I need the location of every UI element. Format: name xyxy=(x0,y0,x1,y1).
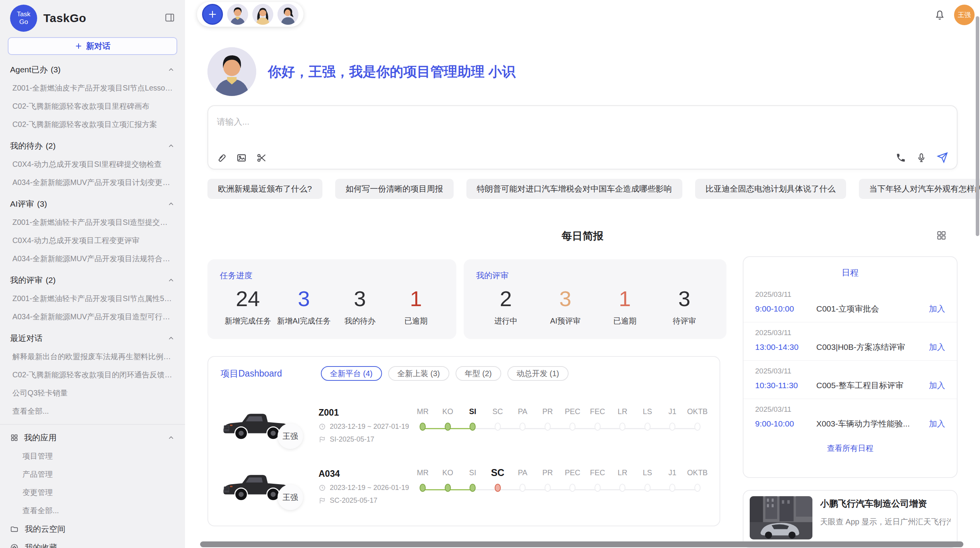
join-button[interactable]: 加入 xyxy=(929,380,945,391)
input-attachments xyxy=(216,152,267,163)
horizontal-scrollbar[interactable] xyxy=(200,541,963,547)
sidebar-item-cloud-space[interactable]: 我的云空间 xyxy=(0,520,185,538)
app-item-project-mgmt[interactable]: 项目管理 xyxy=(0,447,185,465)
folder-icon xyxy=(10,525,19,533)
project-row-partial[interactable] xyxy=(208,517,720,526)
event-name: C005-整车工程目标评审 xyxy=(816,380,923,391)
layout-grid-icon[interactable] xyxy=(936,230,947,242)
milestone-dot[interactable] xyxy=(420,484,426,492)
section-header[interactable]: AI评审 (3) xyxy=(0,195,185,213)
stat-new-done[interactable]: 24 新增完成任务 xyxy=(220,286,276,326)
milestone-dot[interactable] xyxy=(595,484,601,492)
paperclip-icon[interactable] xyxy=(216,152,227,163)
tab-all-new-platform[interactable]: 全新平台 (4) xyxy=(321,366,382,381)
tab-new-body[interactable]: 全新上装 (3) xyxy=(388,366,449,381)
tab-powertrain[interactable]: 动总开发 (1) xyxy=(507,366,569,381)
section-header[interactable]: 最近对话 xyxy=(0,329,185,348)
stat-pending-review[interactable]: 3 待评审 xyxy=(654,286,714,326)
list-item[interactable]: Z001-全新燃油轻卡产品开发项目SI节点属性5D文件评审 xyxy=(0,289,185,308)
chevron-up-icon[interactable] xyxy=(167,334,175,342)
view-all-apps-link[interactable]: 查看全部... xyxy=(0,502,185,520)
list-item[interactable]: Z001-全新燃油皮卡产品开发项目SI节点Lesson Learn报告 xyxy=(0,79,185,97)
view-all-chats-link[interactable]: 查看全部... xyxy=(0,402,185,420)
list-item[interactable]: A034-全新新能源MUV产品开发项目计划变更表编写 xyxy=(0,173,185,192)
milestone-dot[interactable] xyxy=(445,423,451,431)
recent-chat-item[interactable]: 解释最新出台的欧盟报废车法规再生塑料比例被调至15%... xyxy=(0,348,185,366)
milestone-dot[interactable] xyxy=(619,423,625,431)
chevron-up-icon[interactable] xyxy=(167,142,175,150)
milestone-dot[interactable] xyxy=(669,484,675,492)
stat-new-ai-done[interactable]: 3 新增AI完成任务 xyxy=(276,286,332,326)
milestone-dot[interactable] xyxy=(519,423,526,431)
stat-overdue[interactable]: 1 已逾期 xyxy=(388,286,444,326)
list-item[interactable]: C02-飞腾新能源轻客改款项目里程碑画布 xyxy=(0,97,185,115)
chevron-up-icon[interactable] xyxy=(167,66,175,74)
join-button[interactable]: 加入 xyxy=(929,342,945,353)
suggestion-chip[interactable]: 如何写一份清晰的项目周报 xyxy=(335,179,454,199)
phone-icon[interactable] xyxy=(896,152,906,163)
list-item[interactable]: A034-全新新能源MUV产品开发项目法规符合性评审 xyxy=(0,250,185,268)
chat-input[interactable] xyxy=(217,116,836,143)
milestone-dot[interactable] xyxy=(595,423,601,431)
milestone-dot[interactable] xyxy=(469,484,476,492)
view-all-schedule-link[interactable]: 查看所有日程 xyxy=(744,443,957,454)
section-header[interactable]: 我的待办 (2) xyxy=(0,137,185,155)
section-header[interactable]: Agent已办 (3) xyxy=(0,60,185,79)
milestone-dot[interactable] xyxy=(644,423,651,431)
milestone-dot[interactable] xyxy=(519,484,526,492)
milestone-dot[interactable] xyxy=(694,484,701,492)
list-item[interactable]: Z001-全新燃油轻卡产品开发项目SI造型提交物评审 xyxy=(0,213,185,231)
suggestion-chip[interactable]: 当下年轻人对汽车外观有怎样的喜好趋势 xyxy=(859,179,980,199)
chevron-up-icon[interactable] xyxy=(167,200,175,208)
microphone-icon[interactable] xyxy=(916,152,927,163)
milestone-dot[interactable] xyxy=(644,484,651,492)
milestone-dot[interactable] xyxy=(420,423,426,431)
vertical-scrollbar[interactable] xyxy=(976,16,979,236)
stat-my-todo[interactable]: 3 我的待办 xyxy=(332,286,388,326)
milestone-dot[interactable] xyxy=(569,484,576,492)
project-row[interactable]: 王强 A034 2023-12-19 ~ 2026-01-19 xyxy=(208,456,720,517)
app-item-product-mgmt[interactable]: 产品管理 xyxy=(0,465,185,483)
briefing-right-column: 日程 2025/03/11 9:00-10:00 C001-立项审批会 加入 xyxy=(743,256,958,548)
news-card[interactable]: 小鹏飞行汽车制造公司增资 天眼查 App 显示，近日广州汇天飞行汽... xyxy=(743,490,958,548)
project-row[interactable]: 王强 Z001 2023-12-19 ~ 2027-01-19 xyxy=(208,395,720,456)
milestone-dot[interactable] xyxy=(469,423,476,431)
suggestion-chip[interactable]: 比亚迪全固态电池计划具体说了什么 xyxy=(695,179,846,199)
milestone-dot[interactable] xyxy=(545,484,551,492)
list-item[interactable]: C02-飞腾新能源轻客改款项目立项汇报方案 xyxy=(0,115,185,134)
list-item[interactable]: A034-全新新能源MUV产品开发项目造型可行性评审 xyxy=(0,308,185,326)
stat-review-overdue[interactable]: 1 已逾期 xyxy=(595,286,655,326)
send-icon[interactable] xyxy=(937,152,948,163)
sidebar-item-favorites[interactable]: 我的收藏 xyxy=(0,538,185,548)
image-icon[interactable] xyxy=(236,152,247,163)
scissors-icon[interactable] xyxy=(256,152,267,163)
milestone-dot[interactable] xyxy=(545,423,551,431)
stat-value: 3 xyxy=(536,286,595,311)
app-item-change-mgmt[interactable]: 变更管理 xyxy=(0,483,185,502)
tab-year-model[interactable]: 年型 (2) xyxy=(456,366,501,381)
milestone-dot[interactable] xyxy=(495,423,501,431)
stat-in-progress[interactable]: 2 进行中 xyxy=(476,286,536,326)
suggestion-chip[interactable]: 特朗普可能对进口汽车增税会对中国车企造成哪些影响 xyxy=(466,179,682,199)
join-button[interactable]: 加入 xyxy=(929,418,945,429)
milestone-dot[interactable] xyxy=(619,484,625,492)
list-item[interactable]: C0X4-动力总成开发项目SI里程碑提交物检查 xyxy=(0,155,185,173)
collapse-sidebar-icon[interactable] xyxy=(164,12,175,24)
milestone-dot[interactable] xyxy=(569,423,576,431)
milestone-dot[interactable] xyxy=(669,423,675,431)
chevron-up-icon[interactable] xyxy=(167,276,175,284)
chevron-up-icon[interactable] xyxy=(167,434,175,442)
recent-chat-item[interactable]: 公司Q3轻卡销量 xyxy=(0,384,185,402)
list-item[interactable]: C0X4-动力总成开发项目工程变更评审 xyxy=(0,231,185,250)
stat-ai-pre-review[interactable]: 3 AI预评审 xyxy=(536,286,595,326)
suggestion-chip[interactable]: 欧洲新规最近颁布了什么? xyxy=(207,179,322,199)
recent-chat-item[interactable]: C02-飞腾新能源轻客改款项目的闭环通告反馈情况 xyxy=(0,366,185,384)
section-header[interactable]: 我的应用 xyxy=(0,428,185,447)
new-chat-button[interactable]: 新对话 xyxy=(8,37,177,55)
join-button[interactable]: 加入 xyxy=(929,303,945,314)
milestone-dot[interactable] xyxy=(445,484,451,492)
milestone-dot[interactable] xyxy=(694,423,701,431)
section-header[interactable]: 我的评审 (2) xyxy=(0,271,185,289)
milestone-dot[interactable] xyxy=(495,484,501,492)
section-count: (3) xyxy=(51,65,61,74)
